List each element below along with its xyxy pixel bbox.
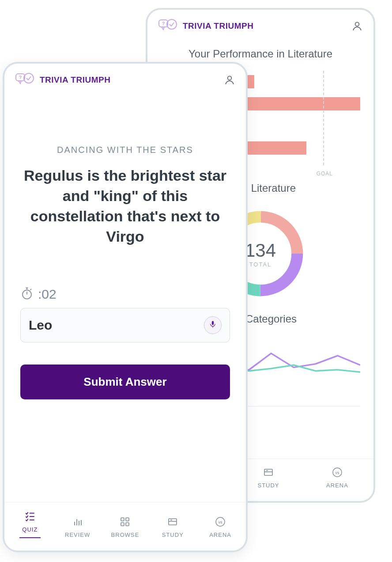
- card-icon: [263, 467, 274, 479]
- submit-answer-button[interactable]: Submit Answer: [20, 365, 230, 399]
- tab-label: ARENA: [209, 532, 231, 538]
- stopwatch-icon: [20, 287, 34, 302]
- donut-label: TOTAL: [249, 261, 272, 268]
- grid-icon: [120, 516, 130, 529]
- svg-rect-26: [212, 321, 214, 325]
- microphone-icon: [209, 320, 217, 330]
- card-icon: [167, 516, 178, 529]
- versus-icon: vs: [215, 516, 226, 529]
- profile-icon[interactable]: [224, 74, 235, 86]
- tab-review[interactable]: REVIEW: [62, 516, 93, 538]
- svg-rect-37: [121, 523, 124, 526]
- tab-arena[interactable]: vs ARENA: [205, 516, 236, 538]
- svg-text:vs: vs: [219, 520, 223, 524]
- question-text: Regulus is the brightest star and "king"…: [20, 166, 230, 247]
- phone-front-screen: ? TRIVIA TRIUMPH DANCING WITH THE STARS …: [3, 62, 248, 552]
- tab-browse[interactable]: BROWSE: [109, 516, 140, 538]
- logo-icon: ?: [158, 19, 178, 34]
- svg-point-19: [24, 73, 34, 83]
- bottom-tabbar: QUIZ REVIEW BROWSE STUD: [4, 502, 246, 551]
- tab-study[interactable]: STUDY: [253, 467, 284, 489]
- voice-input-button[interactable]: [204, 316, 222, 334]
- timer: :02: [20, 287, 230, 302]
- svg-rect-12: [264, 469, 272, 475]
- goal-line: [323, 71, 324, 165]
- app-title: TRIVIA TRIUMPH: [40, 75, 110, 85]
- svg-text:?: ?: [19, 75, 22, 80]
- answer-input[interactable]: [29, 318, 183, 333]
- svg-line-25: [30, 289, 32, 290]
- quiz-content: DANCING WITH THE STARS Regulus is the br…: [4, 92, 246, 502]
- header: ? TRIVIA TRIUMPH: [4, 64, 246, 92]
- timer-value: :02: [38, 287, 57, 302]
- question-category: DANCING WITH THE STARS: [20, 145, 230, 155]
- answer-input-box: [20, 308, 230, 342]
- tab-study[interactable]: STUDY: [157, 516, 188, 538]
- checklist-icon: [24, 510, 36, 524]
- section-title-performance: Your Performance in Literature: [161, 48, 360, 60]
- tab-label: STUDY: [162, 532, 184, 538]
- tab-arena[interactable]: vs ARENA: [322, 467, 353, 489]
- tab-label: BROWSE: [111, 532, 139, 538]
- svg-rect-35: [121, 518, 124, 521]
- svg-point-2: [167, 19, 177, 29]
- svg-rect-39: [169, 519, 177, 525]
- versus-icon: vs: [332, 467, 343, 479]
- svg-text:vs: vs: [335, 471, 340, 475]
- app-logo[interactable]: ? TRIVIA TRIUMPH: [15, 72, 110, 87]
- profile-icon[interactable]: [351, 20, 363, 32]
- donut-value: 134: [245, 240, 276, 261]
- tab-label: STUDY: [257, 482, 279, 489]
- svg-text:?: ?: [162, 21, 165, 26]
- svg-point-20: [228, 76, 232, 80]
- logo-icon: ?: [15, 72, 35, 87]
- svg-point-3: [355, 22, 359, 26]
- active-underline: [19, 537, 41, 538]
- svg-rect-36: [126, 518, 129, 521]
- app-logo[interactable]: ? TRIVIA TRIUMPH: [158, 19, 253, 34]
- app-title: TRIVIA TRIUMPH: [183, 21, 253, 31]
- tab-label: REVIEW: [65, 532, 90, 538]
- goal-label: GOAL: [317, 171, 333, 177]
- tab-quiz[interactable]: QUIZ: [15, 510, 45, 538]
- tab-label: QUIZ: [22, 526, 38, 533]
- bars-icon: [72, 516, 83, 529]
- tab-label: ARENA: [326, 482, 348, 489]
- header: ? TRIVIA TRIUMPH: [147, 10, 373, 38]
- svg-rect-38: [126, 523, 129, 526]
